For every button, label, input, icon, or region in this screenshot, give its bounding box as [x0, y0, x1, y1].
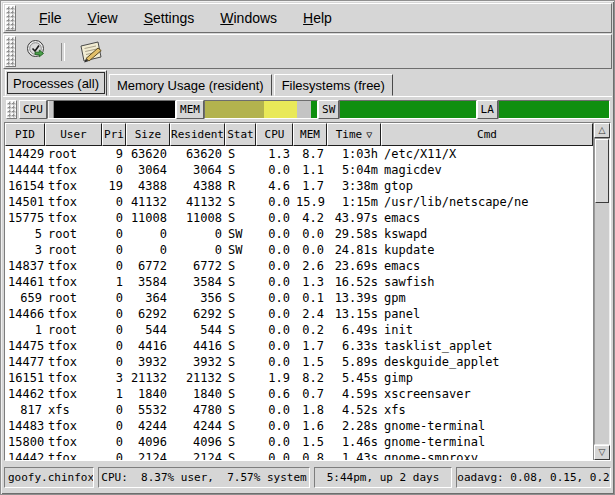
- cell-cmd: xscreensaver: [381, 386, 593, 402]
- process-row[interactable]: 659root0364356S0.00.113.39sgpm: [5, 290, 593, 306]
- cell-cpu: 0.0: [256, 210, 293, 226]
- column-header-label: Size: [135, 128, 162, 141]
- cell-resident: 3932: [170, 354, 225, 370]
- scroll-up-button[interactable]: △: [594, 123, 610, 138]
- meters-grip-handle[interactable]: [6, 100, 17, 119]
- cell-resident: 3584: [170, 274, 225, 290]
- cell-time: 1:03h: [327, 146, 381, 162]
- toolbar-grip-handle[interactable]: [5, 36, 16, 67]
- cell-stat: S: [225, 146, 256, 162]
- cell-user: root: [45, 226, 102, 242]
- menubar-grip-handle[interactable]: [5, 5, 16, 31]
- cell-cmd: /etc/X11/X: [381, 146, 593, 162]
- scrollbar-thumb[interactable]: [595, 139, 609, 203]
- tab-memory-usage-resident[interactable]: Memory Usage (resident): [109, 74, 272, 96]
- cell-mem: 2.6: [293, 258, 327, 274]
- process-row[interactable]: 16151tfox32113221132S1.98.25.45sgimp: [5, 370, 593, 386]
- column-header-cpu[interactable]: CPU: [256, 123, 293, 146]
- edit-memo-button[interactable]: [74, 37, 108, 67]
- cell-cpu: 0.6: [256, 386, 293, 402]
- scrollbar-track[interactable]: [594, 138, 610, 445]
- status-panel-text: loadavg: 0.08, 0.15, 0.25: [456, 471, 611, 484]
- process-row[interactable]: 14442tfox021242124S0.00.81.43sgnome-smpr…: [5, 450, 593, 460]
- cell-stat: S: [225, 418, 256, 434]
- cell-pid: 14501: [5, 194, 45, 210]
- cell-pri: 0: [102, 306, 126, 322]
- menu-item[interactable]: Windows: [207, 7, 290, 29]
- cell-resident: 4096: [170, 434, 225, 450]
- tab-label: Filesystems (free): [282, 78, 385, 93]
- cell-size: 544: [126, 322, 170, 338]
- process-row[interactable]: 14461tfox135843584S0.01.316.52ssawfish: [5, 274, 593, 290]
- cell-time: 1.43s: [327, 450, 381, 460]
- run-program-button[interactable]: [22, 37, 54, 67]
- cell-cmd: deskguide_applet: [381, 354, 593, 370]
- column-header-resident[interactable]: Resident: [170, 123, 225, 146]
- vertical-scrollbar[interactable]: △ ▽: [593, 123, 610, 460]
- tab-processes-all[interactable]: Processes (all): [5, 70, 107, 96]
- process-row[interactable]: 14477tfox039323932S0.01.55.89sdeskguide_…: [5, 354, 593, 370]
- cell-user: tfox: [45, 450, 102, 460]
- cell-mem: 4.2: [293, 210, 327, 226]
- column-header-pri[interactable]: Pri: [102, 123, 126, 146]
- tab-filesystems-free[interactable]: Filesystems (free): [274, 74, 393, 96]
- process-row[interactable]: 14501tfox04113241132S0.015.91:15m/usr/li…: [5, 194, 593, 210]
- menu-bar-items: FileViewSettingsWindowsHelp: [18, 4, 611, 32]
- column-header-mem[interactable]: MEM: [293, 123, 327, 146]
- cell-mem: 1.5: [293, 434, 327, 450]
- menu-bar: FileViewSettingsWindowsHelp: [3, 3, 612, 33]
- cell-stat: S: [225, 274, 256, 290]
- column-header-time[interactable]: Time ▽: [327, 123, 381, 146]
- cell-mem: 0.1: [293, 290, 327, 306]
- cell-size: 4244: [126, 418, 170, 434]
- cell-mem: 1.8: [293, 402, 327, 418]
- tab-label: Processes (all): [13, 76, 99, 91]
- gtop-window: FileViewSettingsWindowsHelp: [0, 0, 615, 495]
- process-row[interactable]: 15800tfox040964096S0.01.51.46sgnome-term…: [5, 434, 593, 450]
- process-row[interactable]: 5root000SW0.00.029.58skswapd: [5, 226, 593, 242]
- cell-pri: 0: [102, 338, 126, 354]
- process-row[interactable]: 14483tfox042444244S0.01.62.28sgnome-term…: [5, 418, 593, 434]
- status-panel-text: CPU: 8.37% user, 7.57% system: [101, 471, 306, 484]
- process-row[interactable]: 14429root96362063620S1.38.71:03h/etc/X11…: [5, 146, 593, 162]
- menu-item[interactable]: Settings: [131, 7, 208, 29]
- cell-cmd: magicdev: [381, 162, 593, 178]
- process-row[interactable]: 14466tfox062926292S0.02.413.15spanel: [5, 306, 593, 322]
- meter-segment: [499, 101, 609, 118]
- process-row[interactable]: 14462tfox118401840S0.60.74.59sxscreensav…: [5, 386, 593, 402]
- cell-mem: 1.7: [293, 338, 327, 354]
- cell-time: 5:04m: [327, 162, 381, 178]
- cell-stat: S: [225, 290, 256, 306]
- process-row[interactable]: 1root0544544S0.00.26.49sinit: [5, 322, 593, 338]
- cell-time: 5.89s: [327, 354, 381, 370]
- menu-item[interactable]: View: [75, 7, 131, 29]
- process-row[interactable]: 3root000SW0.00.024.81skupdate: [5, 242, 593, 258]
- column-header-stat[interactable]: Stat: [225, 123, 256, 146]
- column-header-user[interactable]: User: [45, 123, 102, 146]
- column-header-label: Time: [336, 128, 363, 141]
- cell-stat: S: [225, 210, 256, 226]
- process-row[interactable]: 15775tfox01100811008S0.04.243.97semacs: [5, 210, 593, 226]
- cell-pid: 14442: [5, 450, 45, 460]
- column-header-cmd[interactable]: Cmd: [381, 123, 593, 146]
- column-header-pid[interactable]: PID: [5, 123, 45, 146]
- cell-user: tfox: [45, 386, 102, 402]
- clock-run-icon: [25, 53, 51, 68]
- scroll-down-button[interactable]: ▽: [594, 445, 610, 460]
- cell-time: 29.58s: [327, 226, 381, 242]
- cell-pid: 14444: [5, 162, 45, 178]
- cell-size: 1840: [126, 386, 170, 402]
- process-row[interactable]: 16154tfox1943884388R4.61.73:38mgtop: [5, 178, 593, 194]
- menu-item[interactable]: File: [26, 7, 75, 29]
- menu-item[interactable]: Help: [290, 7, 345, 29]
- column-header-size[interactable]: Size: [126, 123, 170, 146]
- cell-stat: S: [225, 434, 256, 450]
- process-row[interactable]: 14837tfox067726772S0.02.623.69semacs: [5, 258, 593, 274]
- cell-pid: 817: [5, 402, 45, 418]
- cell-cmd: xfs: [381, 402, 593, 418]
- process-row[interactable]: 14475tfox044164416S0.01.76.33stasklist_a…: [5, 338, 593, 354]
- process-row[interactable]: 817xfs055324780S0.01.84.52sxfs: [5, 402, 593, 418]
- note-edit-icon: [77, 53, 105, 68]
- system-meters: CPU MEM SW LA: [3, 97, 612, 122]
- process-row[interactable]: 14444tfox030643064S0.01.15:04mmagicdev: [5, 162, 593, 178]
